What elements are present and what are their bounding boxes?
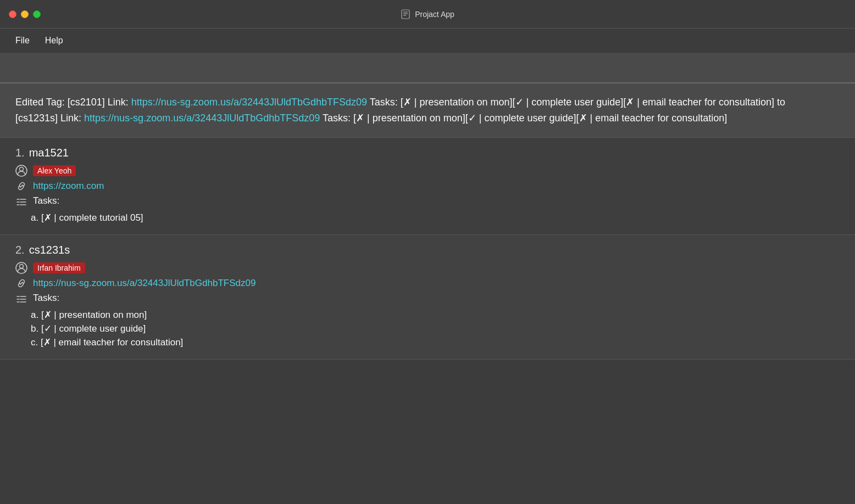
output-link-1: https://nus-sg.zoom.us/a/32443JlUldTbGdh… — [131, 97, 367, 108]
app-title: Projact App — [415, 10, 454, 19]
link-icon-2 — [15, 277, 27, 289]
module-2-link-row: https://nus-sg.zoom.us/a/32443JlUldTbGdh… — [15, 277, 840, 289]
module-item-1: 1. ma1521 Alex Yeoh — [0, 138, 855, 235]
menu-file[interactable]: File — [9, 33, 36, 48]
module-1-tasks-label: Tasks: — [33, 195, 59, 206]
module-2-contact-badge: Irfan Ibrahim — [33, 262, 85, 273]
module-2-task-1: a. [✗ | presentation on mon] — [31, 309, 840, 321]
module-item-2: 2. cs1231s Irfan Ibrahim — [0, 235, 855, 360]
output-text: Edited Tag: [cs2101] Link: https://nus-s… — [15, 94, 840, 126]
module-2-contact-row: Irfan Ibrahim — [15, 262, 840, 274]
module-2-tag: cs1231s — [29, 244, 70, 256]
search-input[interactable] — [9, 62, 846, 74]
person-icon-1 — [15, 165, 27, 177]
output-link-2: https://nus-sg.zoom.us/a/32443JlUldTbGdh… — [84, 113, 320, 124]
module-2-tasks-label-row: Tasks: — [15, 293, 840, 306]
module-1-task-1: a. [✗ | complete tutorial 05] — [31, 212, 840, 223]
window-title: Projact App — [401, 9, 454, 19]
output-area: Edited Tag: [cs2101] Link: https://nus-s… — [0, 83, 855, 138]
menu-help[interactable]: Help — [38, 33, 70, 48]
person-icon-2 — [15, 262, 27, 274]
tasks-icon-1 — [15, 196, 27, 208]
window-controls — [9, 10, 41, 18]
main-content: Edited Tag: [cs2101] Link: https://nus-s… — [0, 53, 855, 504]
module-2-task-3: c. [✗ | email teacher for consultation] — [31, 337, 840, 348]
minimize-button[interactable] — [21, 10, 29, 18]
scrollable-content[interactable]: Edited Tag: [cs2101] Link: https://nus-s… — [0, 83, 855, 504]
module-2-link: https://nus-sg.zoom.us/a/32443JlUldTbGdh… — [33, 278, 256, 289]
module-1-link-row: https://zoom.com — [15, 180, 840, 192]
tasks-icon-2 — [15, 293, 27, 305]
svg-point-13 — [20, 264, 24, 268]
module-2-tasks-label: Tasks: — [33, 293, 59, 304]
output-tasks-2: Tasks: [✗ | presentation on mon][✓ | com… — [320, 113, 727, 124]
module-1-title: 1. ma1521 — [15, 147, 840, 159]
titlebar: Projact App — [0, 0, 855, 29]
module-1-tasks-label-row: Tasks: — [15, 195, 840, 209]
output-word-edited: Edited — [15, 97, 46, 108]
module-1-tag: ma1521 — [29, 147, 69, 159]
output-word-tag: Tag: [cs2101] Link: — [46, 97, 131, 108]
app-icon — [401, 9, 410, 19]
svg-rect-0 — [402, 10, 409, 19]
svg-point-5 — [20, 167, 24, 171]
module-1-contact-row: Alex Yeoh — [15, 165, 840, 177]
module-1-number: 1. — [15, 147, 25, 159]
maximize-button[interactable] — [33, 10, 41, 18]
module-2-title: 2. cs1231s — [15, 244, 840, 256]
module-2-number: 2. — [15, 244, 25, 256]
menubar: File Help — [0, 29, 855, 53]
module-1-link: https://zoom.com — [33, 181, 104, 192]
module-1-contact-badge: Alex Yeoh — [33, 165, 76, 176]
module-2-task-2: b. [✓ | complete user guide] — [31, 323, 840, 334]
link-icon-1 — [15, 180, 27, 192]
close-button[interactable] — [9, 10, 16, 18]
search-area — [0, 53, 855, 83]
